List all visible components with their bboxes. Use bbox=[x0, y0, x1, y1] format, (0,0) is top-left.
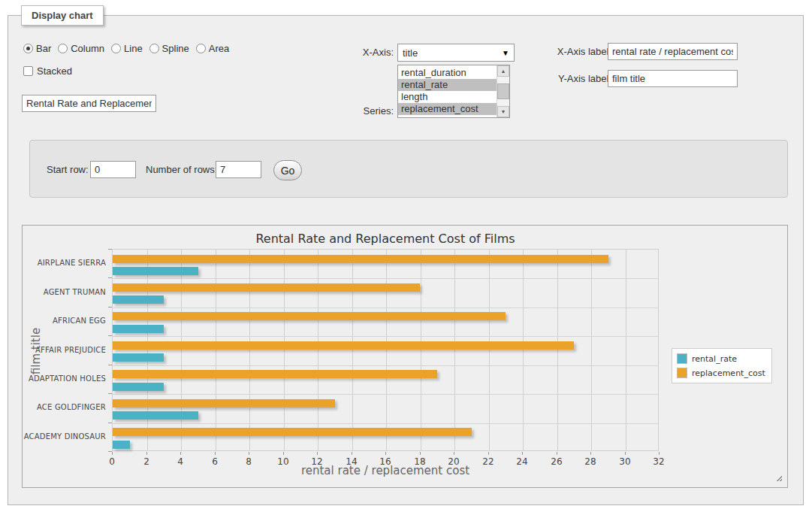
series-option-rental_rate[interactable]: rental_rate bbox=[398, 79, 497, 91]
chart-title-input[interactable] bbox=[22, 95, 156, 112]
stacked-checkbox[interactable]: Stacked bbox=[23, 65, 72, 77]
scrollbar-thumb[interactable] bbox=[497, 83, 509, 99]
row-range-panel: Start row: Number of rows: Go bbox=[29, 140, 788, 198]
bar-rental_rate bbox=[113, 325, 164, 333]
go-button[interactable]: Go bbox=[273, 160, 302, 180]
gridline bbox=[147, 250, 148, 450]
x-tickmark bbox=[625, 452, 626, 455]
x-axis-label-input[interactable] bbox=[608, 43, 738, 60]
y-tickmark bbox=[108, 307, 112, 308]
y-tickmark bbox=[108, 423, 112, 423]
gridline bbox=[113, 336, 658, 337]
number-of-rows-input[interactable] bbox=[216, 161, 261, 178]
x-tick-label: 32 bbox=[647, 456, 670, 467]
bar-rental_rate bbox=[113, 441, 130, 449]
bar-replacement_cost bbox=[113, 399, 335, 407]
series-option-replacement_cost[interactable]: replacement_cost bbox=[398, 103, 497, 115]
legend-swatch bbox=[677, 368, 687, 378]
x-axis-label-label: X-Axis label: bbox=[527, 43, 611, 60]
y-category-label: ACE GOLDFINGER bbox=[23, 403, 106, 411]
radio-icon[interactable] bbox=[196, 44, 206, 53]
gridline bbox=[421, 250, 421, 450]
radio-label: Area bbox=[209, 43, 229, 54]
x-tickmark bbox=[112, 452, 113, 455]
x-tick-label: 8 bbox=[237, 456, 260, 467]
x-tickmark bbox=[420, 452, 421, 455]
x-tickmark bbox=[317, 452, 318, 455]
gridline bbox=[249, 250, 250, 450]
radio-icon[interactable] bbox=[149, 44, 159, 53]
x-tick-label: 10 bbox=[272, 456, 294, 467]
x-tickmark bbox=[146, 452, 147, 455]
gridline bbox=[113, 365, 658, 366]
resize-grip-icon[interactable] bbox=[774, 474, 782, 481]
y-category-label: ADAPTATION HOLES bbox=[23, 374, 106, 383]
bar-rental_rate bbox=[113, 383, 164, 391]
gridline bbox=[181, 250, 182, 450]
x-tick-label: 30 bbox=[614, 456, 636, 467]
x-tick-label: 18 bbox=[409, 456, 431, 467]
y-tickmark bbox=[108, 335, 112, 336]
x-tick-label: 4 bbox=[169, 456, 192, 467]
x-tickmark bbox=[659, 452, 660, 455]
series-multiselect[interactable]: rental_durationrental_ratelengthreplacem… bbox=[397, 65, 510, 118]
x-tick-label: 2 bbox=[135, 456, 158, 467]
radio-icon[interactable] bbox=[58, 44, 68, 53]
checkbox-icon[interactable] bbox=[23, 66, 33, 76]
stacked-label: Stacked bbox=[37, 65, 72, 77]
x-tickmark bbox=[180, 452, 181, 455]
scroll-up-icon[interactable]: ▲ bbox=[497, 65, 509, 77]
radio-column[interactable]: Column bbox=[58, 43, 104, 54]
radio-area[interactable]: Area bbox=[196, 43, 229, 54]
radio-bar[interactable]: Bar bbox=[23, 43, 51, 54]
y-category-label: ACADEMY DINOSAUR bbox=[23, 432, 106, 441]
legend-label: rental_rate bbox=[692, 354, 737, 364]
radio-line[interactable]: Line bbox=[111, 43, 143, 54]
gridline bbox=[591, 250, 592, 450]
chart-container: Rental Rate and Replacement Cost of Film… bbox=[22, 225, 788, 488]
x-tick-label: 16 bbox=[374, 456, 397, 467]
x-tickmark bbox=[249, 452, 249, 455]
x-tick-label: 22 bbox=[477, 456, 500, 467]
bar-replacement_cost bbox=[113, 312, 506, 320]
x-tick-label: 6 bbox=[204, 456, 226, 467]
scroll-down-icon[interactable]: ▼ bbox=[497, 106, 509, 117]
x-tick-label: 24 bbox=[511, 456, 533, 467]
scrollbar[interactable]: ▲ ▼ bbox=[497, 65, 509, 117]
y-category-label: AFFAIR PREJUDICE bbox=[23, 346, 106, 354]
gridline bbox=[386, 250, 387, 450]
gridline bbox=[523, 250, 524, 450]
start-row-input[interactable] bbox=[90, 161, 136, 178]
legend-label: replacement_cost bbox=[692, 368, 765, 378]
gridline bbox=[489, 250, 490, 450]
x-axis-select-label: X-Axis: bbox=[294, 44, 394, 62]
radio-icon[interactable] bbox=[111, 44, 121, 53]
y-category-label: AFRICAN EGG bbox=[23, 317, 106, 325]
x-axis-select[interactable]: title ▼ bbox=[397, 44, 515, 62]
x-tickmark bbox=[352, 452, 352, 455]
chart-title: Rental Rate and Replacement Cost of Film… bbox=[112, 232, 659, 246]
y-tickmark bbox=[108, 365, 112, 365]
series-options: rental_durationrental_ratelengthreplacem… bbox=[398, 65, 497, 117]
gridline bbox=[113, 308, 658, 308]
x-tickmark bbox=[454, 452, 454, 455]
bar-replacement_cost bbox=[113, 370, 437, 378]
panel-title: Display chart bbox=[21, 5, 104, 26]
gridline bbox=[216, 250, 216, 450]
x-tick-label: 14 bbox=[340, 456, 363, 467]
number-of-rows-label: Number of rows: bbox=[146, 161, 217, 179]
x-tickmark bbox=[522, 452, 523, 455]
chart-type-radios: BarColumnLineSplineArea bbox=[23, 43, 229, 54]
y-axis-label-input[interactable] bbox=[608, 70, 738, 87]
radio-label: Spline bbox=[162, 43, 189, 54]
radio-icon[interactable] bbox=[23, 44, 33, 53]
gridline bbox=[318, 250, 318, 450]
x-tickmark bbox=[590, 452, 591, 455]
x-tickmark bbox=[488, 452, 489, 455]
radio-spline[interactable]: Spline bbox=[149, 43, 189, 54]
gridline bbox=[626, 250, 626, 450]
gridline bbox=[113, 423, 658, 424]
series-option-rental_duration[interactable]: rental_duration bbox=[398, 67, 497, 79]
series-option-length[interactable]: length bbox=[398, 91, 497, 103]
x-tick-label: 28 bbox=[579, 456, 602, 467]
